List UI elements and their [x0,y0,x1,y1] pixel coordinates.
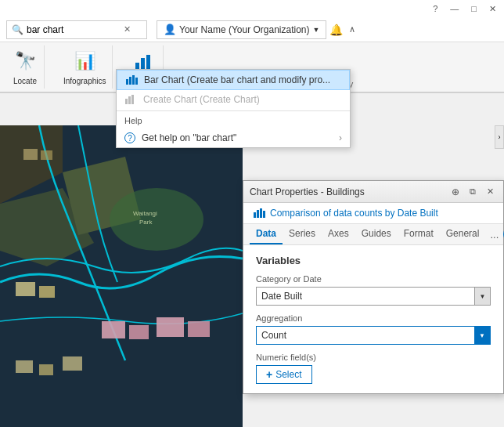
svg-rect-32 [263,211,265,218]
chart-tabs: Data Series Axes Guides Format General .… [243,224,503,245]
bar-chart-label: Bar Chart (Create bar chart and modify p… [144,74,330,85]
help-title-btn[interactable]: ? [430,3,441,14]
map-svg: Waitangi Park [0,125,243,427]
svg-rect-13 [188,321,210,337]
aggregation-dropdown[interactable]: Count ▼ [256,326,491,345]
svg-rect-23 [129,77,131,85]
svg-rect-1 [141,58,145,70]
select-button[interactable]: + Select [256,365,312,384]
locate-tool[interactable]: 🔭 [13,49,38,74]
dropdown-menu: Bar Chart (Create bar chart and modify p… [116,69,351,148]
svg-rect-29 [254,212,256,218]
svg-rect-22 [126,79,128,85]
svg-rect-30 [257,210,259,218]
panel-subtitle-text: Comparison of data counts by Date Built [270,208,438,219]
svg-rect-2 [146,55,150,70]
svg-rect-14 [16,360,33,373]
create-chart-icon [124,94,137,105]
svg-rect-24 [132,75,135,85]
select-btn-label: Select [275,369,301,380]
dropdown-separator [117,110,350,111]
locate-label: Locate [13,77,37,85]
expand-btn[interactable]: ∧ [346,24,358,35]
svg-rect-15 [39,364,53,375]
svg-rect-27 [128,96,131,104]
category-dropdown-btn[interactable]: ▼ [474,288,490,305]
aggregation-label: Aggregation [256,313,491,323]
category-label: Category or Date [256,274,491,284]
category-dropdown[interactable]: Date Built ▼ [256,287,491,306]
svg-rect-20 [23,149,38,160]
help-icon: ? [124,132,135,143]
map-area: Waitangi Park [0,125,243,427]
restore-btn[interactable]: □ [468,3,480,14]
tab-general[interactable]: General [440,224,486,244]
panel-bar-chart-icon [253,208,265,219]
user-info[interactable]: 👤 Your Name (Your Organization) ▼ [157,20,326,39]
aggregation-dropdown-btn[interactable]: ▼ [474,327,490,344]
help-section-label: Help [117,113,350,128]
search-box[interactable]: 🔍 ✕ [6,20,147,39]
dropdown-item-create-chart: Create Chart (Create Chart) [117,90,350,109]
tool-group-infographics: 📊 Infographics [57,45,113,89]
svg-rect-28 [131,95,134,104]
numeric-fields-label: Numeric field(s) [256,353,491,362]
search-icon: 🔍 [12,24,23,35]
svg-rect-26 [125,99,128,104]
minimize-btn[interactable]: — [447,3,462,14]
search-input[interactable] [27,24,121,35]
create-chart-label: Create Chart (Create Chart) [143,94,260,105]
tab-more-btn[interactable]: ... [485,224,503,244]
close-btn[interactable]: ✕ [486,3,499,15]
dropdown-item-get-help[interactable]: ? Get help on "bar chart" › [117,128,350,147]
svg-rect-12 [157,317,184,337]
category-value: Date Built [257,289,474,303]
search-clear-btn[interactable]: ✕ [124,24,131,34]
tab-data[interactable]: Data [250,224,283,244]
aggregation-value: Count [257,328,474,342]
tab-axes[interactable]: Axes [322,224,355,244]
select-plus-icon: + [266,368,272,381]
svg-rect-9 [39,286,55,298]
svg-rect-16 [63,356,82,371]
infographics-tool[interactable]: 📊 [72,49,97,74]
svg-rect-10 [102,321,125,338]
panel-close-btn[interactable]: ✕ [483,185,497,199]
title-bar: ? — □ ✕ [0,0,504,17]
svg-rect-31 [260,208,262,218]
tab-guides[interactable]: Guides [355,224,398,244]
notification-icon[interactable]: 🔔 [329,24,343,36]
user-arrow-icon: ▼ [313,26,320,34]
user-label: Your Name (Your Organization) [179,24,310,35]
chart-panel-title: Chart Properties - Buildings [250,186,365,197]
tool-group-locate: 🔭 Locate [6,45,45,89]
svg-rect-25 [135,78,138,85]
chart-content: Variables Category or Date Date Built ▼ … [243,245,503,393]
pin-btn[interactable]: ⊕ [448,185,463,199]
tab-series[interactable]: Series [283,224,322,244]
chart-panel: Chart Properties - Buildings ⊕ ⧉ ✕ Compa… [243,180,504,394]
variables-section-title: Variables [256,255,491,266]
get-help-label: Get help on "bar chart" [142,132,236,143]
chart-panel-header: Chart Properties - Buildings ⊕ ⧉ ✕ [243,181,503,203]
tab-format[interactable]: Format [398,224,440,244]
svg-point-17 [110,188,203,251]
user-icon: 👤 [164,24,176,35]
svg-text:Park: Park [139,219,153,226]
svg-text:Waitangi: Waitangi [133,210,157,217]
submenu-arrow-icon: › [339,132,342,143]
chart-panel-subtitle: Comparison of data counts by Date Built [243,203,503,224]
panel-controls: ⊕ ⧉ ✕ [448,185,497,199]
dropdown-item-bar-chart[interactable]: Bar Chart (Create bar chart and modify p… [117,70,350,90]
collapse-btn[interactable]: › [495,125,504,149]
float-btn[interactable]: ⧉ [466,185,480,199]
infographics-label: Infographics [63,77,106,85]
bar-chart-icon [125,74,138,85]
svg-rect-11 [129,325,149,339]
svg-rect-8 [16,282,35,296]
search-bar-row: 🔍 ✕ 👤 Your Name (Your Organization) ▼ 🔔 … [0,17,504,42]
svg-rect-21 [41,150,52,160]
